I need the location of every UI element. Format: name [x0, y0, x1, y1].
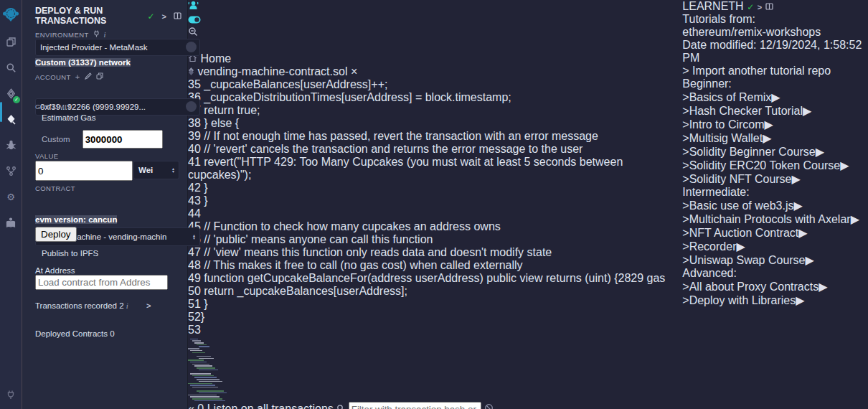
script-runner-icon[interactable]	[188, 0, 682, 14]
select-arrows-icon[interactable]: ▴▾	[193, 234, 195, 240]
zoom-in-icon[interactable]	[188, 39, 682, 52]
plugin-connector-icon[interactable]	[0, 158, 22, 184]
play-tutorial-icon[interactable]: ▶	[816, 146, 824, 158]
tutorial-item[interactable]: >Uniswap Swap Course▶	[682, 253, 868, 267]
tutorial-item[interactable]: >Solidity NFT Course▶	[682, 172, 868, 186]
environment-select[interactable]: Injected Provider - MetaMask	[35, 39, 200, 56]
transactions-recorded-row[interactable]: Transactions recorded 2 i >	[35, 301, 180, 310]
value-input[interactable]	[35, 161, 133, 181]
code-line[interactable]: 35 _cupcakeBalances[userAddress]++;	[188, 78, 682, 91]
play-tutorial-icon[interactable]: ▶	[806, 254, 814, 266]
code-line[interactable]: 36 _cupcakeDistributionTimes[userAddress…	[188, 91, 682, 104]
play-tutorial-icon[interactable]: ▶	[803, 105, 811, 117]
play-tutorial-icon[interactable]: ▶	[736, 240, 745, 253]
line-number[interactable]: 39	[188, 130, 201, 142]
tutorial-item[interactable]: >Basic use of web3.js▶	[682, 199, 868, 212]
settings-icon[interactable]: ⚙	[0, 184, 22, 210]
code-line[interactable]: 45 // Function to check how many cupcake…	[188, 220, 682, 233]
tutorial-item[interactable]: >Deploy with Libraries▶	[682, 293, 868, 307]
account-select-badge[interactable]	[186, 101, 197, 112]
terminal-filter-input[interactable]	[349, 402, 481, 409]
line-number[interactable]: 44	[188, 207, 201, 220]
code-line[interactable]: 51 }	[188, 298, 682, 311]
info-icon[interactable]: i	[126, 301, 128, 310]
play-tutorial-icon[interactable]: ▶	[794, 199, 803, 212]
code-line[interactable]: 42 }	[188, 182, 682, 194]
line-number[interactable]: 47	[188, 246, 201, 258]
line-number[interactable]: 50	[188, 285, 201, 297]
info-icon[interactable]: i	[104, 30, 106, 39]
play-tutorial-icon[interactable]: ▶	[796, 294, 804, 306]
chevron-right-icon[interactable]: >	[146, 301, 151, 310]
line-number[interactable]: 40	[188, 143, 201, 155]
pencil-icon[interactable]	[85, 72, 92, 81]
code-line[interactable]: 39 // If not enough time has passed, rev…	[188, 130, 682, 143]
code-line[interactable]: 53	[188, 324, 682, 337]
code-line[interactable]: 46 // 'public' means anyone can call thi…	[188, 233, 682, 246]
play-tutorial-icon[interactable]: ▶	[792, 173, 801, 185]
line-number[interactable]: 43	[188, 194, 201, 207]
code-line[interactable]: 37 return true;	[188, 104, 682, 117]
line-number[interactable]: 53	[188, 324, 201, 336]
tab-vending-machine-contract[interactable]: vending-machine-contract.sol ×	[188, 65, 682, 78]
line-number[interactable]: 38	[188, 117, 201, 129]
stepper-arrows-icon[interactable]: ▴▾	[172, 167, 174, 173]
ban-icon[interactable]	[484, 403, 494, 409]
tutorial-item[interactable]: >Multichain Protocols with Axelar▶	[682, 212, 868, 226]
at-address-button[interactable]: At Address	[35, 266, 180, 275]
deploy-button[interactable]: Deploy	[35, 227, 77, 242]
tutorial-item[interactable]: >Multisig Wallet▶	[682, 131, 868, 145]
tutorial-item[interactable]: >Hash Checker Tutorial▶	[682, 104, 868, 118]
close-icon[interactable]: ×	[351, 65, 357, 77]
plus-icon[interactable]: +	[75, 72, 80, 81]
gas-custom-input[interactable]	[82, 130, 163, 149]
code-line[interactable]: 44	[188, 207, 682, 220]
tutorial-item[interactable]: >Intro to Circom▶	[682, 118, 868, 131]
tutorial-item[interactable]: >Basics of Remix▶	[682, 90, 868, 104]
play-tutorial-icon[interactable]: ▶	[798, 227, 807, 239]
home-tab[interactable]: Home	[188, 52, 682, 65]
import-tutorial-row[interactable]: > Import another tutorial repo	[682, 65, 868, 77]
file-explorer-icon[interactable]	[0, 29, 22, 55]
line-number[interactable]: 52	[188, 311, 201, 323]
play-tutorial-icon[interactable]: ▶	[765, 118, 773, 131]
code-line[interactable]: 48 // This makes it free to call (no gas…	[188, 259, 682, 272]
play-tutorial-icon[interactable]: ▶	[819, 281, 827, 293]
code-line[interactable]: 40 // 'revert' cancels the transaction a…	[188, 143, 682, 156]
environment-select-badge[interactable]	[186, 42, 197, 52]
tutorial-item[interactable]: >NFT Auction Contract▶	[682, 226, 868, 240]
tutorial-item[interactable]: >Solidity ERC20 Token Course▶	[682, 159, 868, 172]
code-line[interactable]: 43 }	[188, 194, 682, 207]
toggle-icon[interactable]	[188, 14, 682, 27]
at-address-input[interactable]	[35, 275, 168, 290]
play-tutorial-icon[interactable]: ▶	[763, 132, 771, 144]
line-number[interactable]: 41	[188, 156, 201, 168]
line-number[interactable]: 42	[188, 182, 201, 194]
value-unit-select[interactable]: Wei ▴▾	[134, 161, 179, 179]
plug-icon[interactable]	[93, 30, 100, 39]
line-number[interactable]: 35	[188, 78, 201, 90]
code-line[interactable]: 38 } else {	[188, 117, 682, 130]
columns-icon[interactable]	[174, 12, 181, 21]
search-icon[interactable]	[0, 55, 22, 80]
columns-icon[interactable]	[765, 0, 773, 12]
tutorial-item[interactable]: >Recorder▶	[682, 240, 868, 253]
solidity-compiler-icon[interactable]: ✓	[0, 80, 22, 106]
collapse-icon[interactable]: «	[188, 403, 194, 409]
code-line[interactable]: 50 return _cupcakeBalances[userAddress];	[188, 285, 682, 298]
debugger-icon[interactable]	[0, 132, 22, 158]
code-editor[interactable]: 35 _cupcakeBalances[userAddress]++;36 _c…	[188, 78, 682, 401]
code-line[interactable]: 41 revert("HTTP 429: Too Many Cupcakes (…	[188, 156, 682, 182]
line-number[interactable]: 48	[188, 259, 201, 271]
play-tutorial-icon[interactable]: ▶	[851, 213, 859, 225]
deploy-run-icon[interactable]	[0, 106, 22, 132]
tutorial-item[interactable]: >Solidity Beginner Course▶	[682, 145, 868, 159]
remix-logo[interactable]	[0, 0, 22, 29]
line-number[interactable]: 51	[188, 298, 201, 310]
plugin-manager-icon[interactable]	[0, 382, 22, 408]
copy-icon[interactable]	[96, 72, 103, 81]
code-line[interactable]: 49 function getCupcakeBalanceFor(address…	[188, 272, 682, 285]
line-number[interactable]: 49	[188, 272, 201, 284]
chevron-right-icon[interactable]: >	[758, 3, 762, 11]
tutorial-item[interactable]: >All about Proxy Contracts▶	[682, 280, 868, 293]
